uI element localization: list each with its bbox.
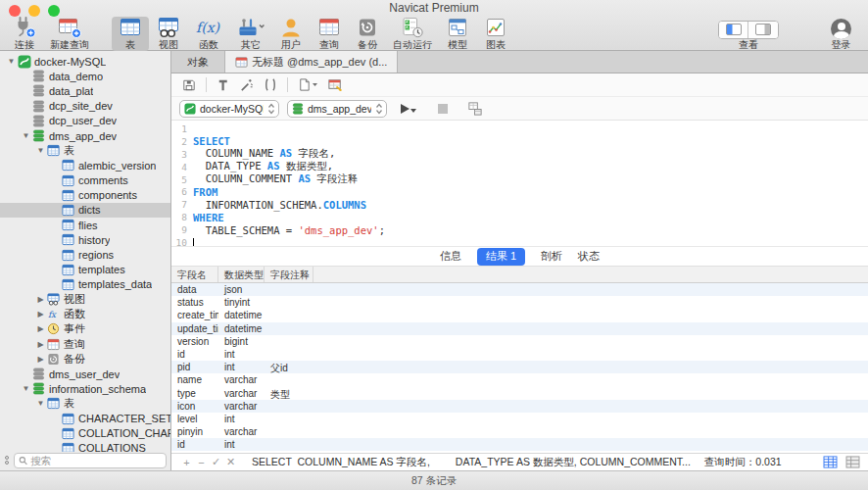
add-record-icon[interactable]: + (179, 457, 194, 468)
line-number: 7 (171, 199, 193, 210)
tree-item[interactable]: ▶fx函数 (0, 307, 170, 321)
form-view-button[interactable] (845, 456, 860, 468)
tree-item[interactable]: dms_user_dev (0, 367, 170, 381)
tree-item[interactable]: regions (0, 247, 170, 262)
tree-item[interactable]: data_demo (0, 69, 170, 83)
column-header[interactable]: 字段注释 (265, 267, 313, 282)
table-row[interactable]: update_timedatetime (171, 322, 868, 335)
table-row[interactable]: pidint父id (171, 361, 868, 373)
tree-item[interactable]: comments (0, 173, 170, 188)
toolbar-item-user[interactable]: 用户 (272, 17, 310, 51)
tree-item[interactable]: alembic_version (0, 158, 170, 172)
toolbar-item-backup[interactable]: 备份 (349, 17, 386, 51)
disclosure-triangle-icon[interactable]: ▼ (35, 146, 46, 155)
apply-icon[interactable]: ✓ (209, 456, 223, 468)
toolbar-item-automation[interactable]: 自动运行 (387, 17, 438, 51)
database-select[interactable]: dms_app_dev (287, 100, 387, 118)
tab-status[interactable]: 状态 (578, 249, 600, 264)
explain-button[interactable] (327, 77, 344, 93)
tab-profile[interactable]: 剖析 (541, 249, 562, 264)
run-button[interactable] (401, 104, 416, 114)
column-header[interactable]: 数据类型 (218, 267, 265, 282)
tree-item[interactable]: CHARACTER_SETS (0, 412, 170, 426)
tab-info[interactable]: 信息 (440, 249, 461, 264)
toolbar-item-table[interactable]: 表 (112, 17, 149, 51)
code-snippet-button[interactable] (263, 77, 278, 92)
query-builder-button[interactable] (216, 77, 230, 92)
show-sidebar-icon[interactable] (719, 22, 748, 38)
toolbar-item-view[interactable]: 视图 (150, 17, 187, 51)
disclosure-triangle-icon[interactable]: ▶ (35, 340, 46, 349)
disclosure-triangle-icon[interactable]: ▶ (35, 355, 46, 364)
toolbar-item-chart[interactable]: 图表 (477, 17, 514, 51)
table-row[interactable]: idint (171, 438, 868, 451)
tree-item[interactable]: dcp_user_dev (0, 114, 170, 128)
table-row[interactable]: statustinyint (171, 296, 868, 309)
column-header[interactable]: 字段名 (171, 267, 218, 282)
tree-item[interactable]: ▼表 (0, 143, 170, 158)
discard-icon[interactable]: ✕ (223, 456, 238, 468)
toolbar-item-new-query[interactable]: 新建查询 (44, 17, 95, 51)
tree-item[interactable]: templates (0, 263, 170, 277)
explain-query-button[interactable] (467, 101, 483, 117)
save-button[interactable] (181, 77, 197, 93)
disclosure-triangle-icon[interactable]: ▶ (35, 295, 46, 304)
tree-item[interactable]: dcp_site_dev (0, 99, 170, 114)
beautify-sql-button[interactable] (239, 77, 254, 92)
disclosure-triangle-icon[interactable]: ▼ (35, 399, 46, 408)
tab-objects[interactable]: 对象 (171, 51, 225, 73)
sql-editor[interactable]: 12SELECT3 COLUMN_NAME AS 字段名,4 DATA_TYPE… (171, 121, 868, 247)
tree-item[interactable]: components (0, 188, 170, 203)
search-field[interactable] (14, 453, 167, 468)
table-row[interactable]: create_timedatetime (171, 309, 868, 321)
grid-view-button[interactable] (823, 456, 838, 468)
tree-item[interactable]: COLLATION_CHARAC... (0, 426, 170, 441)
tree-item[interactable]: dicts (0, 203, 170, 218)
toolbar-item-function[interactable]: f(x)函数 (188, 17, 229, 51)
disclosure-triangle-icon[interactable]: ▶ (35, 310, 46, 318)
tree-item[interactable]: ▼information_schema (0, 381, 170, 396)
toolbar-item-query[interactable]: 查询 (311, 17, 348, 51)
disclosure-triangle-icon[interactable]: ▼ (21, 384, 31, 393)
minimize-window-icon[interactable] (28, 5, 40, 17)
tree-item[interactable]: flies (0, 218, 170, 232)
tree-item[interactable]: ▶事件 (0, 321, 170, 336)
tree-item[interactable]: COLLATIONS (0, 441, 170, 452)
tree-item[interactable]: templates_data (0, 277, 170, 292)
table-row[interactable]: versionbigint (171, 335, 868, 348)
disclosure-triangle-icon[interactable]: ▼ (6, 57, 17, 66)
table-row[interactable]: datajson (171, 283, 868, 296)
tab-result-1[interactable]: 结果 1 (477, 248, 525, 266)
tree-item[interactable]: ▼表 (0, 396, 170, 411)
tab-query[interactable]: 无标题 @dms_app_dev (d... (225, 51, 398, 73)
tree-item[interactable]: data_plat (0, 83, 170, 98)
connections-filter-icon[interactable] (3, 456, 11, 466)
tree-item[interactable]: ▶备份 (0, 352, 170, 367)
toolbar-item-model[interactable]: 模型 (439, 17, 476, 51)
table-row[interactable]: namevarchar (171, 373, 868, 386)
disclosure-triangle-icon[interactable]: ▼ (21, 131, 31, 140)
select-arrows-icon (267, 103, 275, 115)
table-row[interactable]: pinyinvarchar (171, 425, 868, 438)
table-row[interactable]: levelint (171, 413, 868, 425)
tree-item[interactable]: history (0, 232, 170, 247)
tree-item[interactable]: ▼docker-MySQL (0, 54, 170, 69)
show-info-pane-icon[interactable] (748, 22, 778, 38)
disclosure-triangle-icon[interactable]: ▶ (35, 324, 46, 333)
table-row[interactable]: idint (171, 348, 868, 361)
table-row[interactable]: typevarchar类型 (171, 387, 868, 400)
tree-item[interactable]: ▶视图 (0, 292, 170, 307)
toolbar-item-others[interactable]: 其它 (230, 17, 271, 51)
connection-select[interactable]: docker-MySQL (179, 100, 279, 118)
export-result-button[interactable] (297, 77, 318, 92)
table-row[interactable]: iconvarchar (171, 400, 868, 413)
close-window-icon[interactable] (9, 5, 21, 17)
zoom-window-icon[interactable] (48, 5, 60, 17)
login-button[interactable]: 登录 (825, 17, 857, 51)
tree-item[interactable]: ▶查询 (0, 337, 170, 352)
stop-button[interactable] (438, 104, 448, 114)
toolbar-item-plug[interactable]: 连接 (6, 17, 43, 51)
delete-record-icon[interactable]: − (194, 457, 209, 468)
search-input[interactable] (30, 455, 162, 466)
tree-item[interactable]: ▼dms_app_dev (0, 128, 170, 143)
